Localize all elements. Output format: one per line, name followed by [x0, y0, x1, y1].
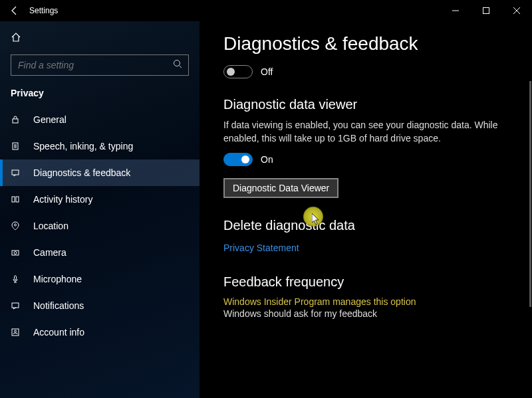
scrollbar[interactable]: [529, 81, 531, 307]
diagnostic-data-viewer-button[interactable]: Diagnostic Data Viewer: [223, 178, 338, 198]
svg-point-2: [174, 60, 180, 66]
window-title: Settings: [29, 6, 58, 15]
search-input[interactable]: [11, 54, 189, 76]
minimize-button[interactable]: [440, 0, 471, 21]
sidebar-item-microphone[interactable]: Microphone: [0, 266, 200, 292]
viewer-desc: If data viewing is enabled, you can see …: [223, 119, 508, 145]
sidebar-item-label: Notifications: [33, 300, 84, 311]
svg-rect-4: [13, 119, 18, 123]
sidebar-item-label: Location: [33, 221, 68, 231]
clipboard-icon: [11, 142, 23, 151]
diagnostics-toggle-off[interactable]: [223, 65, 253, 78]
insider-notice: Windows Insider Program manages this opt…: [223, 296, 508, 307]
svg-rect-9: [12, 170, 19, 175]
sidebar: Privacy General Speech, inking, & typing…: [0, 21, 200, 398]
viewer-toggle-on[interactable]: [223, 153, 253, 166]
svg-rect-11: [16, 197, 19, 202]
toggle-label: Off: [261, 66, 273, 77]
history-icon: [11, 195, 23, 204]
search-box[interactable]: [11, 54, 189, 76]
toggle-label: On: [261, 154, 273, 165]
viewer-heading: Diagnostic data viewer: [223, 97, 508, 112]
sidebar-item-diagnostics[interactable]: Diagnostics & feedback: [0, 159, 200, 186]
location-icon: [11, 221, 23, 231]
back-button[interactable]: [9, 5, 29, 16]
svg-point-18: [15, 330, 17, 332]
svg-rect-1: [483, 8, 489, 14]
sidebar-item-label: Microphone: [33, 274, 82, 284]
category-heading: Privacy: [0, 85, 200, 106]
delete-heading: Delete diagnostic data: [223, 218, 508, 233]
microphone-icon: [11, 274, 23, 284]
privacy-statement-link[interactable]: Privacy Statement: [223, 243, 299, 253]
home-button[interactable]: [0, 27, 200, 48]
svg-point-12: [15, 224, 17, 226]
sidebar-item-label: Speech, inking, & typing: [33, 141, 133, 151]
sidebar-item-speech[interactable]: Speech, inking, & typing: [0, 133, 200, 159]
close-button[interactable]: [501, 0, 532, 21]
svg-line-3: [180, 66, 182, 68]
maximize-button[interactable]: [471, 0, 501, 21]
feedback-heading: Feedback frequency: [223, 274, 508, 290]
sidebar-item-general[interactable]: General: [0, 106, 200, 133]
page-title: Diagnostics & feedback: [223, 33, 508, 54]
sidebar-item-label: Diagnostics & feedback: [33, 167, 130, 178]
feedback-icon: [11, 168, 23, 177]
camera-icon: [11, 248, 23, 257]
settings-window: Settings Privacy: [0, 0, 532, 398]
svg-rect-10: [12, 197, 15, 202]
sidebar-item-label: Camera: [33, 247, 66, 258]
content-pane: Diagnostics & feedback Off Diagnostic da…: [200, 21, 532, 398]
notifications-icon: [11, 301, 23, 310]
svg-point-14: [14, 252, 17, 254]
sidebar-item-label: General: [33, 114, 66, 125]
sidebar-item-location[interactable]: Location: [0, 213, 200, 239]
sidebar-item-activity[interactable]: Activity history: [0, 186, 200, 213]
feedback-sub: Windows should ask for my feedback: [223, 308, 508, 319]
sidebar-item-account[interactable]: Account info: [0, 319, 200, 346]
account-icon: [11, 328, 23, 337]
sidebar-item-label: Activity history: [33, 194, 92, 205]
sidebar-item-label: Account info: [33, 327, 84, 338]
sidebar-item-notifications[interactable]: Notifications: [0, 292, 200, 319]
sidebar-item-camera[interactable]: Camera: [0, 239, 200, 266]
svg-rect-15: [15, 276, 17, 280]
titlebar: Settings: [0, 0, 532, 21]
search-icon: [173, 59, 182, 68]
lock-icon: [11, 115, 23, 124]
svg-rect-16: [12, 303, 19, 308]
